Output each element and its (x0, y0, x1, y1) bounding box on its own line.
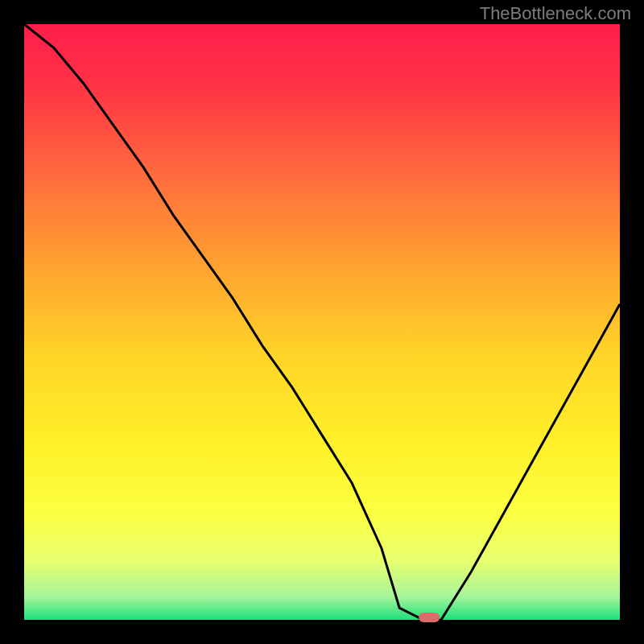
plot-background (24, 24, 620, 620)
bottleneck-chart (0, 0, 644, 644)
optimal-marker (419, 613, 440, 622)
chart-container: TheBottleneck.com (0, 0, 644, 644)
watermark-text: TheBottleneck.com (480, 3, 631, 24)
